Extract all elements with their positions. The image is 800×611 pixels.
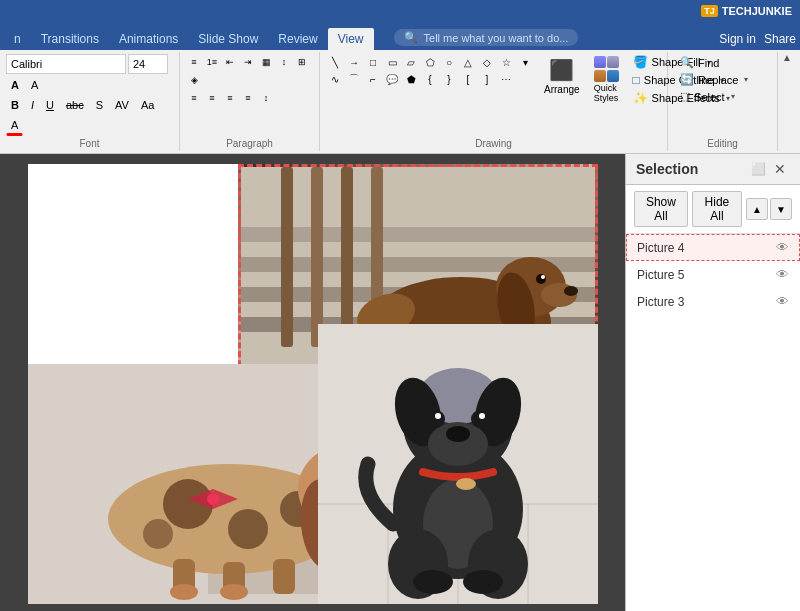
shape-star[interactable]: ☆ <box>497 54 515 70</box>
outline-icon: □ <box>633 73 640 87</box>
font-size-input[interactable] <box>128 54 168 74</box>
tab-file[interactable]: n <box>4 28 31 50</box>
svg-rect-7 <box>341 167 353 347</box>
move-up-btn[interactable]: ▲ <box>746 198 768 220</box>
svg-rect-6 <box>311 167 323 347</box>
strikethrough-btn[interactable]: abc <box>61 96 89 114</box>
underline-btn[interactable]: U <box>41 96 59 114</box>
shape-parallelogram[interactable]: ▱ <box>402 54 420 70</box>
slide-area: www.deuag.com <box>0 154 625 611</box>
tab-slideshow[interactable]: Slide Show <box>188 28 268 50</box>
shape-arrow[interactable]: → <box>345 54 363 70</box>
bullets-btn[interactable]: ≡ <box>186 54 202 70</box>
svg-point-37 <box>170 584 198 600</box>
font-color-btn[interactable]: A <box>6 116 23 136</box>
selection-panel: Selection ⬜ ✕ Show All Hide All ▲ ▼ Pict… <box>625 154 800 611</box>
tab-view[interactable]: View <box>328 28 374 50</box>
text-direction-btn[interactable]: ↕ <box>276 54 292 70</box>
logo-box: TJ <box>701 5 718 17</box>
shape-pentagon[interactable]: ⬠ <box>421 54 439 70</box>
shape-line[interactable]: ╲ <box>326 54 344 70</box>
shape-callout[interactable]: 💬 <box>383 71 401 87</box>
search-icon: 🔍 <box>404 31 418 44</box>
align-text-btn[interactable]: ⊞ <box>294 54 310 70</box>
shape-more2[interactable]: ⋯ <box>497 71 515 87</box>
picture-3[interactable] <box>318 324 598 604</box>
align-left-btn[interactable]: ≡ <box>186 90 202 106</box>
hide-all-btn[interactable]: Hide All <box>692 191 742 227</box>
find-label: Find <box>698 57 719 69</box>
align-center-btn[interactable]: ≡ <box>204 90 220 106</box>
visibility-icon-0[interactable]: 👁 <box>776 240 789 255</box>
tab-review[interactable]: Review <box>268 28 327 50</box>
select-arrow: ▾ <box>731 92 735 101</box>
shadow-btn[interactable]: S <box>91 96 108 114</box>
show-all-btn[interactable]: Show All <box>634 191 688 227</box>
replace-icon: 🔄 <box>680 73 694 86</box>
svg-rect-5 <box>281 167 293 347</box>
char-spacing-btn[interactable]: AV <box>110 96 134 114</box>
change-case-btn[interactable]: Aa <box>136 96 159 114</box>
svg-point-33 <box>207 493 219 505</box>
arrange-label: Arrange <box>544 84 580 95</box>
quick-styles-btn[interactable]: QuickStyles <box>588 54 625 105</box>
move-down-btn[interactable]: ▼ <box>770 198 792 220</box>
ribbon-search[interactable]: 🔍 Tell me what you want to do... <box>394 29 579 46</box>
drawing-group-label: Drawing <box>475 136 512 149</box>
shape-round-rect[interactable]: ▭ <box>383 54 401 70</box>
item-name: Picture 4 <box>637 241 684 255</box>
ribbon-collapse-btn[interactable]: ▲ <box>778 52 796 151</box>
columns-btn[interactable]: ▦ <box>258 54 274 70</box>
replace-btn[interactable]: 🔄 Replace ▾ <box>674 71 754 88</box>
select-btn[interactable]: ⬚ Select ▾ <box>674 88 741 105</box>
increase-indent-btn[interactable]: ⇥ <box>240 54 256 70</box>
panel-resize-icon[interactable]: ⬜ <box>751 162 766 176</box>
item-name: Picture 3 <box>637 295 684 309</box>
panel-toolbar: Show All Hide All ▲ ▼ <box>626 185 800 234</box>
shapes-more[interactable]: ▾ <box>516 54 534 70</box>
decrease-font-btn[interactable]: A <box>26 76 43 94</box>
svg-point-13 <box>564 286 578 296</box>
editing-group: 🔍 Find 🔄 Replace ▾ ⬚ Select ▾ Editing <box>668 52 778 151</box>
decrease-indent-btn[interactable]: ⇤ <box>222 54 238 70</box>
find-btn[interactable]: 🔍 Find <box>674 54 725 71</box>
arrange-btn[interactable]: ⬛ Arrange <box>538 54 586 105</box>
list-item[interactable]: Picture 4 👁 <box>626 234 800 261</box>
tab-animations[interactable]: Animations <box>109 28 188 50</box>
item-name: Picture 5 <box>637 268 684 282</box>
tab-transitions[interactable]: Transitions <box>31 28 109 50</box>
brand-name: TECHJUNKIE <box>722 5 792 17</box>
shape-arc[interactable]: ⌒ <box>345 71 363 87</box>
shape-bracket2[interactable]: ] <box>478 71 496 87</box>
justify-btn[interactable]: ≡ <box>240 90 256 106</box>
italic-btn[interactable]: I <box>26 96 39 114</box>
share-button[interactable]: Share <box>764 32 796 46</box>
shape-triangle[interactable]: △ <box>459 54 477 70</box>
line-spacing-btn[interactable]: ↕ <box>258 90 274 106</box>
visibility-icon-1[interactable]: 👁 <box>776 267 789 282</box>
font-name-input[interactable] <box>6 54 126 74</box>
panel-list: Picture 4 👁 Picture 5 👁 Picture 3 👁 <box>626 234 800 611</box>
panel-close-btn[interactable]: ✕ <box>770 160 790 178</box>
bold-btn[interactable]: B <box>6 96 24 114</box>
shape-bracket[interactable]: [ <box>459 71 477 87</box>
shape-circle[interactable]: ○ <box>440 54 458 70</box>
shape-connector[interactable]: ⌐ <box>364 71 382 87</box>
shape-curve[interactable]: ∿ <box>326 71 344 87</box>
shape-pentagon2[interactable]: ⬟ <box>402 71 420 87</box>
shape-brace2[interactable]: } <box>440 71 458 87</box>
numbering-btn[interactable]: 1≡ <box>204 54 220 70</box>
svg-point-60 <box>463 570 503 594</box>
list-item[interactable]: Picture 5 👁 <box>626 261 800 288</box>
visibility-icon-2[interactable]: 👁 <box>776 294 789 309</box>
svg-rect-1 <box>241 227 598 242</box>
shape-rect[interactable]: □ <box>364 54 382 70</box>
sign-in-link[interactable]: Sign in <box>719 32 756 46</box>
shape-brace[interactable]: { <box>421 71 439 87</box>
shape-diamond[interactable]: ◇ <box>478 54 496 70</box>
replace-label: Replace <box>698 74 738 86</box>
list-item[interactable]: Picture 3 👁 <box>626 288 800 315</box>
smartart-btn[interactable]: ◈ <box>186 72 202 88</box>
increase-font-btn[interactable]: A <box>6 76 24 94</box>
align-right-btn[interactable]: ≡ <box>222 90 238 106</box>
